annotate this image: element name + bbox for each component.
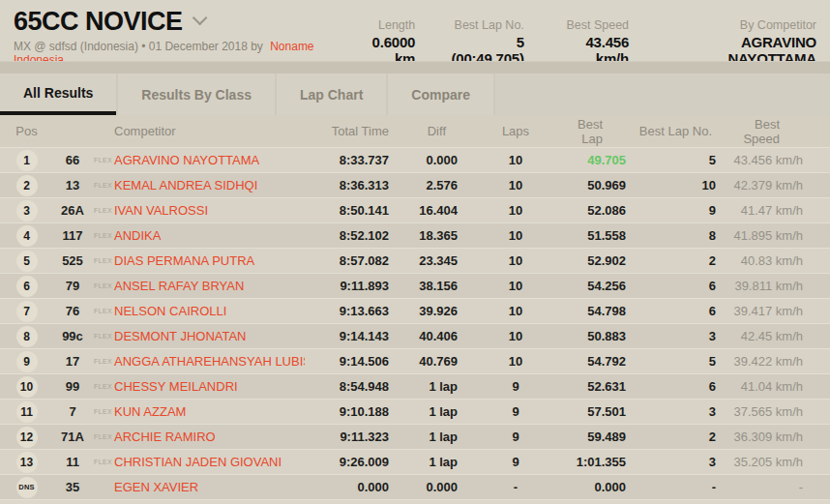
- competitor-number: 26A: [53, 203, 92, 218]
- best-lap-no-value: 6: [634, 304, 724, 318]
- laps-value: 10: [465, 203, 566, 218]
- results-page: 65CC NOVICE MX @ sdfsd (Indonesia) • 01 …: [0, 0, 830, 504]
- tab-lap-chart[interactable]: Lap Chart: [277, 74, 386, 115]
- position-badge: 13: [16, 452, 38, 473]
- table-row[interactable]: 1 66 FLEX AGRAVINO NAYOTTAMA 8:33.737 0.…: [0, 147, 830, 172]
- table-row[interactable]: DNS 35 EGEN XAVIER 0.000 0.000 - 0.000 -…: [0, 474, 830, 499]
- position-badge: 8: [16, 326, 38, 347]
- competitor-name[interactable]: EGEN XAVIER: [113, 480, 305, 494]
- tab-compare[interactable]: Compare: [388, 74, 493, 115]
- table-row[interactable]: 7 76 FLEX NELSON CAIROLLI 9:13.663 39.92…: [0, 298, 830, 323]
- best-lap-no-value: 2: [634, 430, 724, 444]
- competitor-name[interactable]: CHRISTIAN JADEN GIOVANI: [113, 455, 305, 469]
- competitor-name[interactable]: KUN AZZAM: [113, 404, 305, 419]
- results-table-body: 1 66 FLEX AGRAVINO NAYOTTAMA 8:33.737 0.…: [0, 147, 830, 499]
- best-speed-value: 39.811 km/h: [724, 279, 830, 293]
- position-badge: 11: [16, 401, 38, 423]
- total-time-value: 9:14.506: [305, 354, 397, 369]
- diff-value: 1 lap: [397, 455, 465, 469]
- total-time-value: 9:13.663: [305, 304, 397, 318]
- results-table-header: Pos Competitor Total Time Diff Laps Best…: [0, 115, 830, 147]
- best-lap-value: 52.902: [566, 253, 634, 268]
- best-lap-no-value: 5: [634, 153, 724, 167]
- column-header-best-speed: Best Speed: [724, 117, 830, 146]
- best-lap-value: 49.705: [566, 153, 634, 167]
- competitor-number: 66: [53, 153, 92, 167]
- competitor-name[interactable]: ANGGA ATHAREHANSYAH LUBIS: [113, 354, 305, 369]
- diff-value: 40.406: [397, 329, 465, 343]
- diff-value: 16.404: [397, 203, 465, 218]
- laps-value: 10: [465, 228, 566, 243]
- competitor-name[interactable]: AGRAVINO NAYOTTAMA: [113, 153, 305, 167]
- best-speed-value: 35.205 km/h: [724, 455, 830, 469]
- best-speed-value: 41.04 km/h: [724, 379, 830, 394]
- position-badge: 9: [16, 351, 38, 372]
- table-row[interactable]: 9 17 FLEX ANGGA ATHAREHANSYAH LUBIS 9:14…: [0, 348, 830, 373]
- brand-label: FLEX: [92, 433, 113, 440]
- brand-label: FLEX: [92, 207, 113, 214]
- diff-value: 0.000: [397, 153, 465, 167]
- best-speed-value: 40.83 km/h: [724, 253, 830, 268]
- tab-results-by-class[interactable]: Results By Class: [118, 74, 275, 115]
- best-lap-no-value: 3: [634, 404, 724, 419]
- competitor-number: 7: [53, 404, 92, 419]
- competitor-number: 525: [53, 253, 92, 268]
- brand-label: FLEX: [92, 282, 113, 289]
- table-row[interactable]: 5 525 FLEX DIAS PERMANA PUTRA 8:57.082 2…: [0, 248, 830, 273]
- competitor-name[interactable]: ANDIKA: [113, 228, 305, 243]
- table-row[interactable]: 3 26A FLEX IVAN VALROSSI 8:50.141 16.404…: [0, 197, 830, 222]
- total-time-value: 8:57.082: [305, 253, 397, 268]
- competitor-number: 76: [53, 304, 92, 318]
- tab-all-results[interactable]: All Results: [0, 74, 116, 115]
- brand-label: FLEX: [92, 232, 113, 239]
- laps-value: 10: [465, 253, 566, 268]
- competitor-name[interactable]: DIAS PERMANA PUTRA: [113, 253, 305, 268]
- diff-value: 18.365: [397, 228, 465, 243]
- competitor-number: 79: [53, 279, 92, 293]
- best-speed-value: 39.422 km/h: [724, 354, 830, 369]
- table-row[interactable]: 4 117 FLEX ANDIKA 8:52.102 18.365 10 51.…: [0, 222, 830, 248]
- competitor-name[interactable]: KEMAL ANDREA SIDHQI: [113, 178, 305, 193]
- position-badge: 10: [16, 376, 38, 398]
- column-header-total-time: Total Time: [305, 124, 397, 138]
- total-time-value: 8:36.313: [305, 178, 397, 193]
- best-lap-no-value: 5: [634, 354, 724, 369]
- tab-bar-filler: [495, 74, 830, 115]
- total-time-value: 9:11.893: [305, 279, 397, 293]
- event-info: MX @ sdfsd (Indonesia) • 01 December 201…: [14, 40, 263, 53]
- brand-label: FLEX: [92, 383, 113, 390]
- table-row[interactable]: 8 99c FLEX DESMONT JHONATAN 9:14.143 40.…: [0, 323, 830, 348]
- best-speed-value: 42.379 km/h: [724, 178, 830, 193]
- competitor-name[interactable]: IVAN VALROSSI: [113, 203, 305, 218]
- chevron-down-icon[interactable]: [192, 11, 207, 26]
- competitor-name[interactable]: NELSON CAIROLLI: [113, 304, 305, 318]
- laps-value: 9: [465, 430, 566, 444]
- competitor-name[interactable]: CHESSY MEILANDRI: [113, 379, 305, 394]
- diff-value: 1 lap: [397, 404, 465, 419]
- table-row[interactable]: 12 71A FLEX ARCHIE RAMIRO 9:11.323 1 lap…: [0, 424, 830, 449]
- position-badge: 12: [16, 427, 38, 448]
- competitor-name[interactable]: ARCHIE RAMIRO: [113, 430, 305, 444]
- brand-label: FLEX: [92, 459, 113, 465]
- competitor-name[interactable]: ANSEL RAFAY BRYAN: [113, 279, 305, 293]
- total-time-value: 8:50.141: [305, 203, 397, 218]
- best-lap-value: 57.501: [566, 404, 634, 419]
- best-lap-value: 0.000: [566, 480, 634, 494]
- brand-label: FLEX: [92, 408, 113, 415]
- best-lap-no-value: 3: [634, 455, 724, 469]
- column-header-pos: Pos: [0, 124, 53, 138]
- diff-value: 1 lap: [397, 430, 465, 444]
- table-row[interactable]: 11 7 FLEX KUN AZZAM 9:10.188 1 lap 9 57.…: [0, 399, 830, 424]
- laps-value: -: [465, 480, 566, 494]
- laps-value: 9: [465, 379, 566, 394]
- table-row[interactable]: 13 11 FLEX CHRISTIAN JADEN GIOVANI 9:26.…: [0, 449, 830, 474]
- table-row[interactable]: 2 13 FLEX KEMAL ANDREA SIDHQI 8:36.313 2…: [0, 172, 830, 197]
- best-lap-value: 52.086: [566, 203, 634, 218]
- table-row[interactable]: 6 79 FLEX ANSEL RAFAY BRYAN 9:11.893 38.…: [0, 273, 830, 298]
- table-row[interactable]: 10 99 FLEX CHESSY MEILANDRI 8:54.948 1 l…: [0, 373, 830, 399]
- column-header-diff: Diff: [397, 124, 465, 138]
- total-time-value: 9:14.143: [305, 329, 397, 343]
- best-lap-value: 50.883: [566, 329, 634, 343]
- competitor-name[interactable]: DESMONT JHONATAN: [113, 329, 305, 343]
- best-lap-no-value: 10: [634, 178, 724, 193]
